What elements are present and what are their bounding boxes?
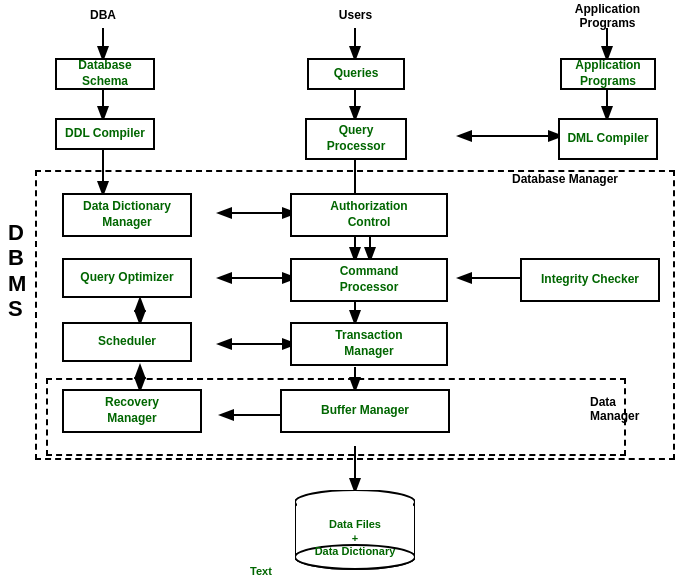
svg-text:+: +	[352, 532, 358, 544]
diagram: DBA Users ApplicationPrograms Database S…	[0, 0, 700, 586]
app-programs-box: ApplicationPrograms	[560, 58, 656, 90]
database-cylinder: Data Files + Data Dictionary	[295, 490, 415, 575]
app-programs-top-label: ApplicationPrograms	[560, 2, 655, 30]
query-processor-box: Query Processor	[305, 118, 407, 160]
data-manager-box	[46, 378, 626, 456]
svg-text:Data Files: Data Files	[329, 518, 381, 530]
database-schema-box: Database Schema	[55, 58, 155, 90]
dml-compiler-box: DML Compiler	[558, 118, 658, 160]
dba-label: DBA	[78, 8, 128, 22]
queries-box: Queries	[307, 58, 405, 90]
svg-text:Data Dictionary: Data Dictionary	[315, 545, 397, 557]
ddl-compiler-box: DDL Compiler	[55, 118, 155, 150]
dbms-label: DBMS	[8, 220, 38, 321]
users-label: Users	[328, 8, 383, 22]
text-label: Text	[250, 565, 272, 577]
